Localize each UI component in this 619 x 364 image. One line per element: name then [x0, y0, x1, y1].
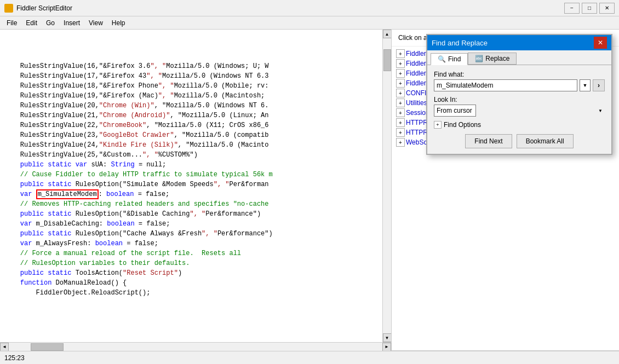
code-line-23: // Force a manual reload of the script f… [4, 249, 387, 258]
look-in-select-row: From cursor Entire scope Current file [434, 105, 605, 117]
code-line-20: public static RulesOption("Cache Always … [4, 229, 387, 239]
tree-item-label: Utilities [406, 99, 427, 107]
status-bar: 125:23 [0, 351, 619, 364]
hscroll-right-arrow[interactable]: ► [382, 343, 391, 351]
look-in-select[interactable]: From cursor Entire scope Current file [434, 105, 476, 117]
tab-find-label: Find [448, 55, 461, 63]
look-in-label: Look In: [434, 96, 605, 103]
scroll-thumb[interactable] [383, 49, 391, 71]
code-line-3: RulesStringValue(19,"&Firefox (Mac)", "M… [4, 91, 387, 101]
menu-bar: File Edit Go Insert View Help [0, 16, 619, 30]
tree-expand-icon: + [396, 79, 405, 88]
replace-icon: 🔤 [475, 55, 483, 62]
close-button[interactable]: ✕ [599, 3, 615, 14]
menu-help[interactable]: Help [107, 18, 130, 28]
code-line-17: public static RulesOption("&Disable Cach… [4, 209, 387, 219]
code-line-13: public static RulesOption("Simulate &Mod… [4, 180, 387, 189]
bookmark-all-button[interactable]: Bookmark All [517, 134, 574, 148]
code-pane: RulesStringValue(16,"&Firefox 3.6", "Moz… [0, 30, 392, 351]
find-options-label: Find Options [444, 121, 481, 129]
code-line-21: var m_AlwaysFresh: boolean = false; [4, 239, 387, 249]
window-title: Fiddler ScriptEditor [16, 4, 564, 12]
code-line-27: FiddlerObject.ReloadScript(); [4, 288, 387, 298]
scroll-up-arrow[interactable]: ▲ [383, 30, 392, 38]
code-line-7: RulesStringValue(23,"GoogleBot Crawler",… [4, 130, 387, 140]
code-line-9: RulesStringValue(25,"&Custom...", "%CUST… [4, 150, 387, 160]
dialog-buttons: Find Next Bookmark All [434, 134, 605, 148]
menu-file[interactable]: File [2, 18, 21, 28]
code-line-16: // Removes HTTP-caching related headers … [4, 199, 387, 209]
dialog-close-button[interactable]: ✕ [594, 37, 607, 49]
find-what-input-row: ▼ › [434, 79, 605, 91]
code-line-5: RulesStringValue(21,"Chrome (Android)", … [4, 111, 387, 120]
tree-expand-icon: + [396, 69, 405, 78]
code-line-25: public static ToolsAction("Reset Script"… [4, 268, 387, 278]
menu-insert[interactable]: Insert [59, 18, 84, 28]
scroll-track [383, 38, 392, 333]
code-line-6: RulesStringValue(22,"ChromeBook", "Mozil… [4, 120, 387, 130]
tree-expand-icon: + [396, 59, 405, 68]
horizontal-scrollbar[interactable]: ◄ ► [0, 342, 391, 351]
look-in-wrapper: From cursor Entire scope Current file [434, 105, 605, 117]
title-bar: Fiddler ScriptEditor − □ ✕ [0, 0, 619, 16]
tab-replace[interactable]: 🔤 Replace [468, 53, 517, 65]
code-line-2: RulesStringValue(18,"&Firefox Phone", "M… [4, 81, 387, 91]
minimize-button[interactable]: − [564, 3, 580, 14]
hscroll-thumb[interactable] [31, 343, 64, 351]
menu-view[interactable]: View [84, 18, 107, 28]
find-options-row[interactable]: + Find Options [434, 121, 605, 129]
dialog-body: Find what: ▼ › Look In: From cursor Enti… [427, 65, 611, 154]
look-in-row: Look In: From cursor Entire scope Curren… [434, 96, 605, 117]
dialog-title-bar: Find and Replace ✕ [427, 35, 611, 50]
tree-expand-icon: + [396, 118, 405, 127]
find-next-button[interactable]: Find Next [465, 134, 512, 148]
scroll-down-arrow[interactable]: ▼ [383, 333, 392, 342]
find-what-row: Find what: ▼ › [434, 71, 605, 91]
find-what-label: Find what: [434, 71, 605, 78]
find-options-expand[interactable]: + [434, 121, 442, 129]
dialog-tabs: 🔍 Find 🔤 Replace [427, 50, 611, 65]
tree-expand-icon: + [396, 99, 405, 107]
menu-edit[interactable]: Edit [21, 18, 42, 28]
maximize-button[interactable]: □ [582, 3, 597, 14]
code-line-24: // RulesOption variables to their defaul… [4, 258, 387, 268]
code-line-26: function DoManualReload() { [4, 278, 387, 288]
tree-expand-icon: + [396, 108, 405, 117]
menu-go[interactable]: Go [42, 18, 59, 28]
tree-expand-icon: + [396, 49, 405, 58]
vertical-scrollbar[interactable]: ▲ ▼ [382, 30, 391, 342]
tab-replace-label: Replace [485, 55, 509, 62]
hscroll-track [9, 343, 382, 351]
code-line-18: var m_DisableCaching: boolean = false; [4, 219, 387, 229]
find-what-input[interactable] [434, 79, 577, 91]
tree-expand-icon: + [396, 138, 405, 147]
tree-expand-icon: + [396, 89, 405, 97]
code-line-10: public static var sUA: String = null; [4, 160, 387, 170]
code-line-4: RulesStringValue(20,"Chrome (Win)", "Moz… [4, 101, 387, 111]
find-icon: 🔍 [438, 55, 446, 63]
code-line-12: // Cause Fiddler to delay HTTP traffic t… [4, 170, 387, 180]
find-replace-dialog: Find and Replace ✕ 🔍 Find 🔤 Replace Find… [426, 34, 612, 155]
tree-expand-icon: + [396, 128, 405, 137]
code-content: RulesStringValue(16,"&Firefox 3.6", "Moz… [0, 30, 391, 300]
code-line-1: RulesStringValue(17,"&Firefox 43", "Mozi… [4, 71, 387, 81]
code-line-8: RulesStringValue(24,"Kindle Fire (Silk)"… [4, 140, 387, 150]
find-arrow-button[interactable]: › [593, 79, 605, 91]
code-line-14: var m_SimulateModem: boolean = false; [4, 189, 387, 199]
code-line-0: RulesStringValue(16,"&Firefox 3.6", "Moz… [4, 61, 387, 71]
tab-find[interactable]: 🔍 Find [431, 53, 468, 65]
hscroll-left-arrow[interactable]: ◄ [0, 343, 9, 351]
app-icon [4, 4, 13, 13]
find-dropdown-button[interactable]: ▼ [580, 79, 591, 91]
code-area[interactable]: RulesStringValue(16,"&Firefox 3.6", "Moz… [0, 30, 391, 342]
cursor-position: 125:23 [4, 354, 25, 362]
dialog-title: Find and Replace [432, 39, 594, 47]
window-controls: − □ ✕ [564, 3, 615, 14]
